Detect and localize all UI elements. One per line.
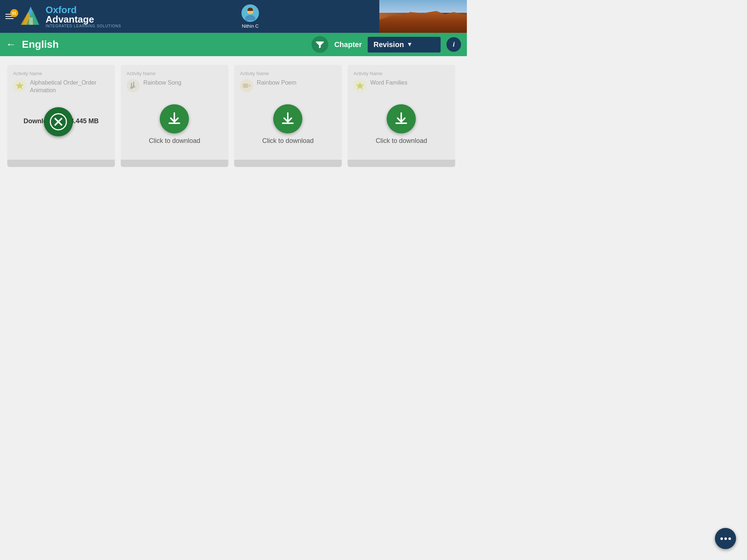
activity-title: Word Families <box>370 79 407 87</box>
download-icon <box>280 111 296 127</box>
svg-rect-3 <box>29 18 33 25</box>
chapter-label: Chapter <box>334 40 362 49</box>
activity-name-row: Rainbow Poem <box>240 79 336 92</box>
logo-text: Oxford Advantage INTEGRATED LEARNING SOL… <box>46 5 121 28</box>
activity-name-row: Alphabetical Order_Order Animation <box>13 79 109 94</box>
notification-badge: 01 <box>10 9 18 17</box>
banner-image <box>379 0 467 33</box>
app-header: 01 Oxford Advantage INTEGRATED LEARNING … <box>0 0 467 33</box>
activity-title: Rainbow Song <box>143 79 181 87</box>
logo-title: Oxford Advantage <box>46 5 121 24</box>
activity-label: Activity Name <box>127 71 155 76</box>
download-label: Click to download <box>376 137 427 145</box>
banner-mesa <box>379 11 467 33</box>
banner-sky <box>379 0 467 13</box>
card-footer <box>7 160 115 167</box>
download-area: Click to download <box>262 95 314 154</box>
download-icon <box>166 111 182 127</box>
user-name-label: Nithin C <box>242 23 259 29</box>
card-footer <box>234 160 342 167</box>
card-footer <box>348 160 455 167</box>
subheader: ← English Chapter Revision ▼ i <box>0 33 467 56</box>
subject-label: English <box>22 39 306 50</box>
svg-point-6 <box>245 15 255 20</box>
card-body: Activity Name Rainbow Poem Click to do <box>234 65 342 160</box>
hamburger-wrap: 01 <box>4 12 15 21</box>
download-area: Click to download <box>376 95 427 154</box>
download-icon <box>393 111 409 127</box>
card-body: Activity Name Word Families Click to dow… <box>348 65 455 160</box>
card-footer <box>121 160 228 167</box>
user-avatar <box>241 4 259 22</box>
activity-title: Alphabetical Order_Order Animation <box>30 79 109 94</box>
activity-card: Activity Name Rainbow Poem Click to do <box>234 65 342 167</box>
download-area: Click to download <box>149 95 200 154</box>
activity-name-row: Word Families <box>353 79 449 92</box>
header-banner <box>379 0 467 33</box>
revision-label: Revision <box>374 40 404 49</box>
card-body: Activity Name Alphabetical Order_Order A… <box>7 65 115 160</box>
download-label: Click to download <box>262 137 314 145</box>
activity-label: Activity Name <box>13 71 42 76</box>
logo-area: Oxford Advantage INTEGRATED LEARNING SOL… <box>19 5 121 28</box>
cancel-download-button[interactable] <box>44 107 73 136</box>
back-button[interactable]: ← <box>6 39 16 50</box>
info-button[interactable]: i <box>446 37 461 52</box>
card-body: Activity Name Rainbow Song <box>121 65 228 160</box>
activity-card: Activity Name Alphabetical Order_Order A… <box>7 65 115 167</box>
activity-label: Activity Name <box>240 71 269 76</box>
activity-card: Activity Name Rainbow Song <box>121 65 228 167</box>
svg-point-19 <box>132 86 135 88</box>
user-area: Nithin C <box>241 4 259 29</box>
activity-grid: Activity Name Alphabetical Order_Order A… <box>0 56 467 176</box>
header-left: 01 Oxford Advantage INTEGRATED LEARNING … <box>4 5 121 28</box>
oxford-logo-icon <box>19 5 43 28</box>
activity-label: Activity Name <box>353 71 382 76</box>
download-button[interactable] <box>160 104 189 133</box>
revision-dropdown[interactable]: Revision ▼ <box>368 37 441 52</box>
download-button[interactable] <box>273 104 302 133</box>
logo-advantage: Advantage <box>46 14 94 25</box>
download-label: Click to download <box>149 137 200 145</box>
activity-title: Rainbow Poem <box>257 79 297 87</box>
activity-name-row: Rainbow Song <box>127 79 222 92</box>
chevron-down-icon: ▼ <box>407 41 435 48</box>
download-button[interactable] <box>387 104 416 133</box>
activity-card: Activity Name Word Families Click to dow… <box>348 65 455 167</box>
logo-subtitle: INTEGRATED LEARNING SOLUTIONS <box>46 24 121 28</box>
cancel-icon <box>49 113 67 131</box>
svg-rect-21 <box>243 83 248 88</box>
filter-icon <box>315 39 325 50</box>
filter-icon-button[interactable] <box>311 36 328 53</box>
